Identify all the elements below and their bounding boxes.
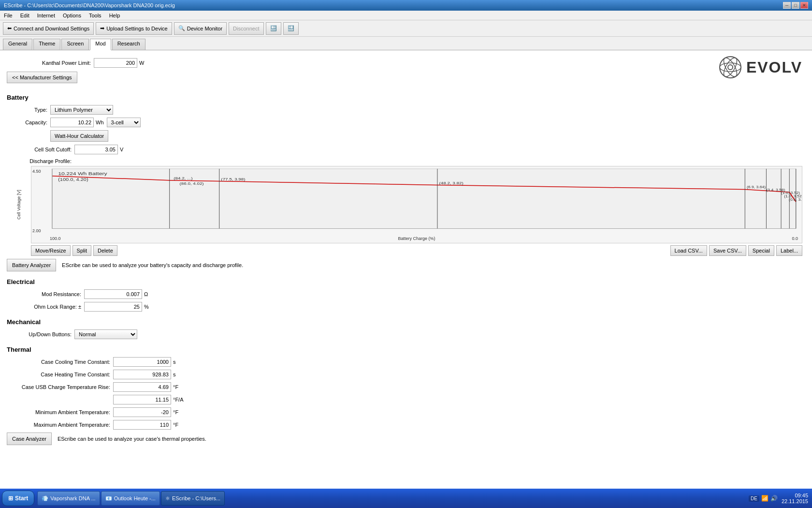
minimize-button[interactable]: ─ (783, 2, 791, 9)
battery-analyzer-text: EScribe can be used to analyze your batt… (62, 262, 243, 268)
manufacturer-settings-button[interactable]: << Manufacturer Settings (7, 72, 77, 83)
battery-type-row: Type: Lithium Polymer Lithium Ion (7, 105, 802, 115)
battery-capacity-row: Capacity: Wh 3-cell 2-cell 1-cell (7, 118, 802, 127)
cell-soft-cutoff-input[interactable] (74, 145, 118, 154)
menu-tools[interactable]: Tools (87, 13, 103, 18)
window-title: EScribe - C:\Users\tc\Documents\DNA200\V… (4, 2, 175, 8)
disconnect-button[interactable]: Disconnect (229, 22, 263, 35)
taskbar-item-escribe[interactable]: ⚛ EScribe - C:\Users... (161, 491, 225, 506)
outlook-icon: 📧 (105, 495, 112, 502)
clock-date: 22.11.2015 (782, 498, 808, 504)
forward-button[interactable]: 🔜 (283, 22, 299, 35)
battery-capacity-unit: Wh (96, 120, 104, 125)
save-csv-button[interactable]: Save CSV... (709, 245, 746, 256)
title-bar: EScribe - C:\Users\tc\Documents\DNA200\V… (0, 0, 812, 11)
window-controls: ─ □ ✕ (783, 2, 808, 9)
load-csv-button[interactable]: Load CSV... (670, 245, 707, 256)
tab-screen[interactable]: Screen (61, 39, 89, 50)
back-button[interactable]: 🔙 (266, 22, 281, 35)
chart-controls: Move/Resize Split Delete Load CSV... Sav… (31, 245, 802, 256)
tab-mod[interactable]: Mod (90, 39, 111, 50)
svg-text:(86.0, 4.02): (86.0, 4.02) (180, 181, 204, 185)
svg-text:(84.2, ...): (84.2, ...) (174, 176, 192, 180)
case-usb-label: Case USB Charge Temperature Rise: (7, 384, 113, 390)
windows-icon: ⊞ (8, 495, 13, 502)
tab-general[interactable]: General (3, 39, 32, 50)
updown-select[interactable]: Normal Reversed (74, 329, 137, 339)
watt-hour-row: Watt-Hour Calculator (7, 130, 802, 142)
max-ambient-row: Maximum Ambient Temperature: °F (7, 420, 802, 430)
svg-text:(0.0, 3.11): (0.0, 3.11) (789, 198, 802, 202)
mod-resistance-row: Mod Resistance: Ω (7, 289, 802, 299)
toolbar: ⬅ Connect and Download Settings ➡ Upload… (0, 20, 812, 37)
menu-help[interactable]: Help (107, 13, 122, 18)
chart-x-left-label: 100.0 (50, 236, 61, 241)
label-button[interactable]: Label... (776, 245, 802, 256)
chart-y-top-value: 4.50 (32, 169, 41, 174)
network-icon: 📶 (761, 495, 768, 502)
ohm-lock-label: Ohm Lock Range: ± (7, 304, 84, 310)
case-usb-row2: °F/A (7, 395, 802, 404)
move-resize-button[interactable]: Move/Resize (31, 245, 71, 256)
case-cooling-input[interactable] (113, 357, 171, 367)
case-usb-unit2: °F/A (173, 397, 184, 403)
watt-hour-calculator-button[interactable]: Watt-Hour Calculator (50, 130, 108, 142)
special-button[interactable]: Special (748, 245, 774, 256)
mod-resistance-unit: Ω (144, 291, 148, 297)
case-usb-input[interactable] (113, 382, 171, 392)
upload-settings-button[interactable]: ➡ Upload Settings to Device (96, 22, 172, 35)
svg-text:(48.2, 3.82): (48.2, 3.82) (439, 180, 464, 185)
case-heating-label: Case Heating Time Constant: (7, 372, 113, 377)
ohm-lock-input[interactable] (84, 302, 142, 312)
mechanical-section-title: Mechanical (7, 318, 802, 326)
battery-cells-select[interactable]: 3-cell 2-cell 1-cell (107, 118, 141, 127)
menu-internet[interactable]: Internet (35, 13, 57, 18)
case-heating-row: Case Heating Time Constant: s (7, 370, 802, 379)
delete-button[interactable]: Delete (93, 245, 117, 256)
discharge-profile-label: Discharge Profile: (7, 158, 74, 164)
mod-resistance-input[interactable] (84, 289, 142, 299)
cell-soft-cutoff-unit: V (120, 147, 123, 152)
max-ambient-unit: °F (173, 422, 178, 428)
mod-resistance-label: Mod Resistance: (7, 291, 84, 297)
discharge-chart[interactable]: 4.50 2.00 10.224 Wh Battery (100.0, 4.20… (31, 166, 802, 243)
battery-capacity-label: Capacity: (7, 120, 50, 125)
kanthal-input[interactable] (94, 58, 137, 68)
menu-edit[interactable]: Edit (18, 13, 31, 18)
menu-options[interactable]: Options (61, 13, 83, 18)
case-heating-input[interactable] (113, 370, 171, 379)
maximize-button[interactable]: □ (792, 2, 799, 9)
battery-capacity-input[interactable] (50, 118, 94, 127)
split-button[interactable]: Split (72, 245, 91, 256)
battery-analyzer-button[interactable]: Battery Analyzer (7, 259, 56, 271)
case-usb-row: Case USB Charge Temperature Rise: °F (7, 382, 802, 392)
case-usb-input2[interactable] (113, 395, 171, 404)
taskbar-item-outlook[interactable]: 📧 Outlook Heute -... (101, 491, 160, 506)
menu-file[interactable]: File (2, 13, 14, 18)
case-heating-unit: s (173, 372, 176, 377)
taskbar-clock: 09:45 22.11.2015 (782, 493, 808, 504)
cell-soft-cutoff-label: Cell Soft Cutoff: (7, 147, 74, 152)
tab-research[interactable]: Research (112, 39, 145, 50)
max-ambient-label: Maximum Ambient Temperature: (7, 422, 113, 428)
case-analyzer-button[interactable]: Case Analyzer (7, 433, 52, 445)
close-button[interactable]: ✕ (800, 2, 808, 9)
escribe-icon: ⚛ (165, 495, 170, 502)
min-ambient-input[interactable] (113, 407, 171, 417)
tab-theme[interactable]: Theme (33, 39, 60, 50)
updown-label: Up/Down Buttons: (7, 331, 74, 337)
kanthal-label: Kanthal Power Limit: (7, 60, 94, 66)
start-button[interactable]: ⊞ Start (2, 491, 34, 506)
electrical-section-title: Electrical (7, 278, 802, 285)
language-indicator: DE (749, 495, 759, 502)
vaporshark-icon: 💨 (42, 495, 48, 502)
taskbar-item-vaporshark[interactable]: 💨 Vaporshark DNA ... (37, 491, 100, 506)
device-monitor-button[interactable]: 🔍 Device Monitor (174, 22, 227, 35)
svg-text:(6.9, 3.64): (6.9, 3.64) (747, 185, 766, 189)
case-usb-unit: °F (173, 384, 178, 390)
connect-download-button[interactable]: ⬅ Connect and Download Settings (3, 22, 94, 35)
battery-type-select[interactable]: Lithium Polymer Lithium Ion (50, 105, 113, 115)
max-ambient-input[interactable] (113, 420, 171, 430)
kanthal-unit: W (139, 60, 144, 66)
evolv-logo-icon (718, 55, 742, 79)
